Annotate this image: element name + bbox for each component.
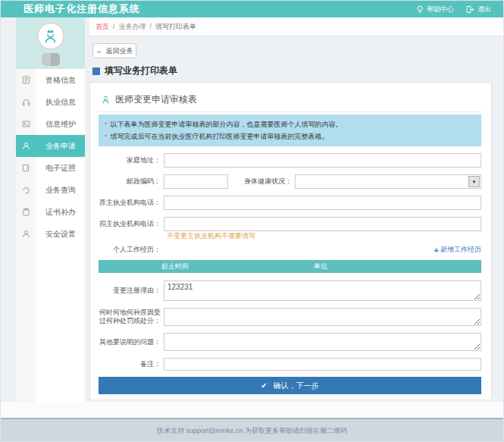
confirm-next-label: 确认，下一步	[274, 381, 319, 391]
note-text: 以下表单为医师变更申请审核表的部分内容，也是需要医师个人填写的内容。	[111, 118, 343, 130]
sidebar-item-practice-info[interactable]: 执业信息	[16, 91, 85, 113]
breadcrumb-separator: /	[150, 23, 152, 30]
health-status-label: 身体健康状况：	[228, 177, 295, 187]
back-to-business-button[interactable]: ← 返回业务	[92, 43, 136, 58]
orig-org-phone-label: 原主执业机构电话：	[99, 199, 164, 207]
sidebar-item-certificate-reissue[interactable]: 证书补办	[16, 201, 85, 223]
sidebar: 资格信息 执业信息 信息维护 业务申请 电子证照 业务查询	[16, 17, 85, 414]
document-edit-icon	[16, 157, 36, 179]
checkmark-icon: ✔	[261, 381, 267, 390]
sidebar-item-label: 业务申请	[36, 141, 85, 152]
sidebar-item-label: 业务查询	[36, 185, 85, 196]
form-row-new-org-phone: 拟主执业机构电话：	[99, 217, 481, 231]
postal-code-label: 邮政编码：	[99, 177, 164, 186]
user-lock-icon	[16, 223, 36, 245]
id-card-icon	[16, 113, 36, 135]
sidebar-item-info-maintenance[interactable]: 信息维护	[16, 113, 85, 135]
form-card: 医师变更申请审核表 * 以下表单为医师变更申请审核表的部分内容，也是需要医师个人…	[89, 82, 492, 400]
sidebar-item-label: 信息维护	[36, 119, 85, 130]
document-icon	[16, 69, 36, 91]
sidebar-item-label: 资格信息	[36, 75, 85, 86]
note-line: * 填写完成后可在当前执业医疗机构打印医师变更申请审核表的完整表格。	[105, 130, 475, 143]
sidebar-menu: 资格信息 执业信息 信息维护 业务申请 电子证照 业务查询	[16, 69, 85, 245]
sidebar-item-business-query[interactable]: 业务查询	[16, 179, 85, 201]
work-history-label: 个人工作经历：	[99, 246, 164, 254]
breadcrumb-home[interactable]: 首页	[95, 22, 109, 32]
note-marker: *	[105, 130, 108, 143]
note-text: 填写完成后可在当前执业医疗机构打印医师变更申请审核表的完整表格。	[111, 130, 329, 143]
sidebar-item-label: 执业信息	[36, 97, 85, 108]
change-reason-label: 变更注册理由：	[99, 287, 164, 295]
breadcrumb-current: 填写打印表单	[155, 22, 196, 32]
form-row-work-history: 个人工作经历： + 新增工作经历	[99, 245, 481, 255]
form-row-punishment: 何时何地何种原因受过何种处罚或处分：	[99, 308, 481, 326]
logout-icon	[466, 5, 474, 14]
blue-square-marker	[92, 67, 100, 75]
doctor-icon	[42, 28, 59, 45]
sidebar-item-security-settings[interactable]: 安全设置	[16, 223, 85, 245]
sidebar-item-label: 电子证照	[36, 163, 85, 174]
postal-code-input[interactable]	[164, 174, 228, 189]
doctor-avatar	[37, 23, 64, 49]
form-row-change-reason: 变更注册理由： 123231	[99, 281, 481, 301]
form-row-postal-health: 邮政编码： 身体健康状况： ▼	[99, 174, 481, 189]
note-line: * 以下表单为医师变更申请审核表的部分内容，也是需要医师个人填写的内容。	[105, 118, 475, 130]
breadcrumb-business[interactable]: 业务办理	[119, 22, 146, 32]
breadcrumb: 首页 / 业务办理 / 填写打印表单	[89, 17, 503, 36]
note-marker: *	[105, 118, 108, 130]
new-org-phone-input[interactable]	[164, 217, 481, 231]
avatar-photo-placeholder	[42, 53, 60, 66]
footer-bar: 技术支持 support@minke.cn 为获取更多帮助请扫描右侧二维码	[1, 418, 503, 442]
home-address-input[interactable]	[164, 153, 481, 168]
form-row-home-address: 家庭地址：	[99, 153, 481, 168]
add-work-history-link[interactable]: + 新增工作经历	[434, 245, 481, 255]
page-section-title: 填写业务打印表单	[92, 64, 177, 77]
header-actions: 帮助中心 退出	[416, 1, 491, 17]
phone-icon	[16, 179, 36, 201]
sidebar-item-label: 证书补办	[36, 207, 85, 218]
punishment-textarea[interactable]	[164, 308, 481, 326]
lightbulb-icon	[416, 5, 424, 14]
app-window: 医师电子化注册信息系统 帮助中心 退出	[0, 0, 504, 442]
logout-link[interactable]: 退出	[466, 5, 491, 14]
sidebar-item-business-application[interactable]: 业务申请	[16, 135, 85, 157]
clipboard-icon	[16, 201, 36, 223]
confirm-next-button[interactable]: ✔ 确认，下一步	[99, 377, 481, 394]
change-reason-textarea[interactable]: 123231	[164, 281, 481, 301]
help-center-link[interactable]: 帮助中心	[416, 5, 454, 14]
footer-support-text: 技术支持 support@minke.cn 为获取更多帮助请扫描右侧二维码	[157, 426, 347, 436]
orig-org-phone-input[interactable]	[164, 196, 481, 210]
form-card-header: 医师变更申请审核表	[99, 92, 481, 112]
add-work-history-label: 新增工作经历	[440, 245, 481, 255]
top-header-bar: 医师电子化注册信息系统 帮助中心 退出	[1, 1, 503, 17]
remarks-input[interactable]	[164, 358, 481, 371]
punishment-label: 何时何地何种原因受过何种处罚或处分：	[99, 309, 164, 325]
sidebar-item-e-license[interactable]: 电子证照	[16, 157, 85, 179]
info-note-box: * 以下表单为医师变更申请审核表的部分内容，也是需要医师个人填写的内容。 * 填…	[99, 114, 481, 146]
column-header-unit: 单位	[252, 262, 390, 271]
app-title: 医师电子化注册信息系统	[23, 1, 140, 17]
back-button-label: 返回业务	[106, 46, 133, 56]
health-status-select[interactable]: ▼	[295, 174, 481, 189]
column-header-period: 起止时间	[99, 262, 252, 271]
form-row-remarks: 备注：	[99, 358, 481, 371]
user-icon	[16, 135, 36, 157]
form-row-other-issues: 其他要说明的问题：	[99, 333, 481, 351]
other-issues-label: 其他要说明的问题：	[99, 338, 164, 346]
select-dropdown-arrow-icon[interactable]: ▼	[468, 176, 480, 187]
work-history-table-header: 起止时间 单位	[99, 260, 481, 273]
doctor-form-icon	[101, 95, 111, 105]
application-form: 家庭地址： 邮政编码： 身体健康状况： ▼ 原主执业机构电话： 拟主执业机构电话…	[99, 153, 481, 394]
section-title-text: 填写业务打印表单	[105, 64, 177, 77]
logout-label: 退出	[477, 5, 491, 14]
form-row-orig-org-phone: 原主执业机构电话：	[99, 196, 481, 210]
breadcrumb-separator: /	[113, 23, 115, 30]
plus-icon: +	[434, 246, 439, 255]
other-issues-textarea[interactable]	[164, 333, 481, 351]
sidebar-item-qualification-info[interactable]: 资格信息	[16, 69, 85, 91]
new-org-phone-hint: 不变更主执业机构不需要填写	[167, 231, 481, 241]
form-title: 医师变更申请审核表	[115, 93, 197, 106]
remarks-label: 备注：	[99, 360, 164, 368]
home-address-label: 家庭地址：	[99, 156, 164, 165]
headset-icon	[16, 91, 36, 113]
